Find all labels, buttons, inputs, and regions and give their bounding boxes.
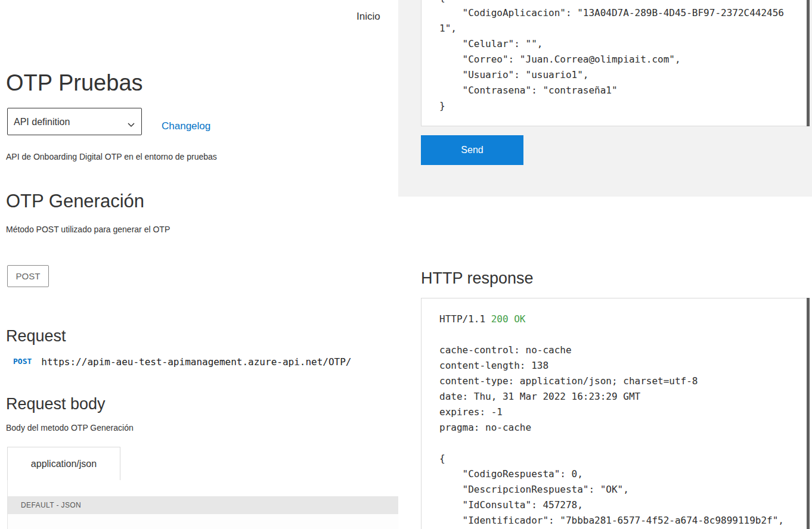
request-method-label: POST bbox=[13, 357, 32, 366]
http-response-heading: HTTP response bbox=[421, 269, 534, 288]
response-status-line: HTTP/1.1 200 OK bbox=[439, 312, 791, 327]
revision-bar: DEFAULT - JSON bbox=[8, 496, 398, 514]
operation-title: OTP Generación bbox=[6, 191, 144, 212]
response-headers: cache-control: no-cache content-length: … bbox=[439, 343, 791, 435]
spacer bbox=[439, 435, 791, 451]
response-body: { "CodigoRespuesta": 0, "DescripcionResp… bbox=[439, 451, 791, 528]
request-body-panel: DEFAULT - JSON bbox=[7, 480, 398, 529]
response-protocol: HTTP/1.1 bbox=[439, 313, 491, 325]
http-response-box: HTTP/1.1 200 OK cache-control: no-cache … bbox=[421, 298, 810, 529]
http-method-badge: POST bbox=[7, 265, 49, 287]
request-heading: Request bbox=[6, 327, 66, 346]
request-body-code-area bbox=[8, 514, 398, 529]
request-box-scrollbar[interactable] bbox=[807, 0, 810, 126]
docs-column: Inicio OTP Pruebas API definition Change… bbox=[0, 0, 398, 529]
request-body-description: Body del metodo OTP Generación bbox=[6, 423, 134, 432]
console-column: { "CodigoAplicacion": "13A04D7A-289B-4D4… bbox=[398, 0, 812, 529]
send-button[interactable]: Send bbox=[421, 135, 523, 165]
response-status-code: 200 OK bbox=[491, 313, 526, 325]
api-title: OTP Pruebas bbox=[6, 70, 143, 96]
operation-description: Método POST utilizado para generar el OT… bbox=[6, 225, 170, 234]
api-definition-select-wrap: API definition bbox=[7, 108, 142, 135]
api-definition-select[interactable]: API definition bbox=[7, 108, 142, 135]
changelog-link[interactable]: Changelog bbox=[162, 120, 210, 132]
tab-application-json[interactable]: application/json bbox=[7, 447, 120, 480]
api-description: API de Onboarding Digital OTP en el ento… bbox=[6, 152, 217, 161]
request-sample-editor[interactable]: { "CodigoAplicacion": "13A04D7A-289B-4D4… bbox=[421, 0, 810, 126]
request-body-heading: Request body bbox=[6, 395, 106, 413]
request-url: https://apim-aeu-test-apimanagement.azur… bbox=[41, 356, 351, 368]
response-box-scrollbar[interactable] bbox=[807, 298, 810, 529]
request-url-line: POSThttps://apim-aeu-test-apimanagement.… bbox=[0, 356, 398, 368]
nav-item-inicio[interactable]: Inicio bbox=[357, 11, 380, 23]
spacer bbox=[439, 327, 791, 343]
page: Inicio OTP Pruebas API definition Change… bbox=[0, 0, 812, 529]
